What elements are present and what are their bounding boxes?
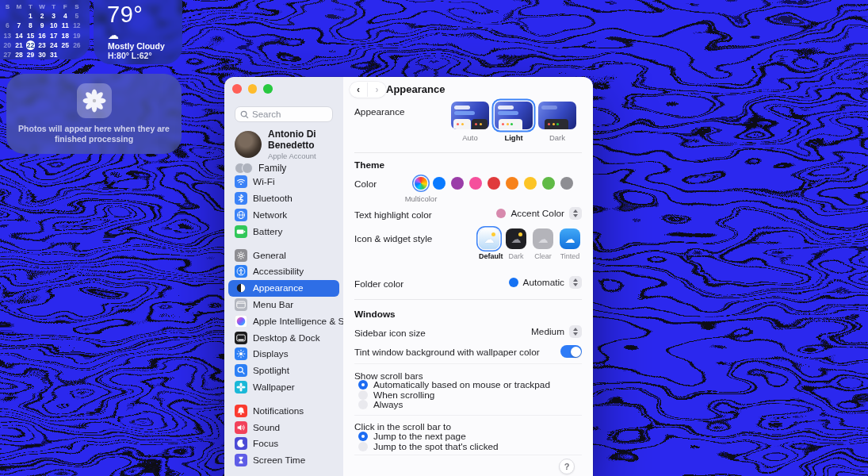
weather-widget[interactable]: 79° ☁ Mostly Cloudy H:80° L:62° [94,0,182,64]
color-swatch-red[interactable] [488,177,500,190]
divider [354,415,582,416]
icon-widget-style-label: Icon & widget style [354,233,432,244]
sidebar-item-displays[interactable]: Displays [228,346,339,363]
photos-widget[interactable]: Photos will appear here when they are fi… [6,74,182,154]
sidebar-item-apple-intelligence-siri[interactable]: Apple Intelligence & Siri [228,313,339,329]
icon-style-dark[interactable]: ☁ Dark [506,228,526,260]
sidebar-item-wallpaper[interactable]: Wallpaper [228,379,339,396]
family-label: Family [258,163,286,174]
divider [354,455,582,455]
moon-icon [235,437,247,450]
calendar-day: 29 [25,50,36,60]
calendar-day: 13 [2,31,13,40]
color-swatch-pink[interactable] [469,177,482,190]
sidebar-item-wi-fi[interactable]: Wi-Fi [228,174,339,190]
color-swatch-multicolor[interactable] [415,177,427,190]
sidebar-item-spotlight[interactable]: Spotlight [228,363,339,379]
appearance-option-auto[interactable]: Auto [451,102,489,142]
radio-jump-to-spot[interactable]: Jump to the spot that's clicked [358,442,499,451]
color-swatch-gray[interactable] [560,177,573,190]
color-swatch-blue[interactable] [433,177,445,190]
radio-icon [358,390,368,400]
sidebar-item-accessibility[interactable]: Accessibility [228,263,339,280]
sidebar-item-apple-account[interactable]: Antonio Di Benedetto Apple Account [235,129,343,160]
calendar-day: 18 [59,31,71,40]
navigation-capsule: ‹ › [350,82,386,98]
sidebar-item-sound[interactable]: Sound [228,419,339,436]
calendar-day: 25 [59,40,71,50]
calendar-day: 2 [36,11,48,21]
calendar-day-header: M [13,2,25,11]
sidebar-item-bluetooth[interactable]: Bluetooth [228,190,339,207]
sidebar-item-family[interactable]: Family [235,163,286,174]
chevron-up-down-icon [569,325,582,338]
calendar-day: 15 [25,31,36,40]
highlight-color-swatch [496,209,506,218]
siri-icon [235,315,247,328]
icon-style-picker: ☁ Default ☁ Dark ☁ Clear ☁ Tinted [479,228,580,260]
sidebar-item-label: Wallpaper [253,382,295,393]
divider [354,152,582,153]
radio-jump-next-page[interactable]: Jump to the next page [358,432,466,441]
folder-color-swatch [509,278,518,287]
zoom-window-button[interactable] [263,84,273,94]
icon-style-tinted[interactable]: ☁ Tinted [560,228,580,260]
sidebar-item-desktop-dock[interactable]: Desktop & Dock [228,329,339,346]
battery-icon [235,225,247,238]
accessibility-icon [235,265,247,278]
sidebar-item-label: Sound [253,422,280,433]
tint-window-toggle[interactable] [560,345,582,358]
radio-scrollbars-automatic[interactable]: Automatically based on mouse or trackpad [358,380,550,390]
appearance-row-label: Appearance [354,106,405,117]
sidebar-item-focus[interactable]: Focus [228,436,339,452]
calendar-day: 27 [2,50,13,60]
chevron-left-icon[interactable]: ‹ [350,83,368,97]
radio-scrollbars-always[interactable]: Always [358,400,403,409]
accent-color-picker [415,177,573,190]
color-swatch-green[interactable] [542,177,555,190]
appearance-option-dark[interactable]: Dark [538,102,576,142]
sidebar-icon-size-select[interactable]: Medium [531,325,582,338]
calendar-widget[interactable]: SMTWTFS123456789101112131415161718192021… [0,0,90,60]
speaker-icon [235,421,247,434]
calendar-day: 20 [2,40,13,50]
folder-color-select[interactable]: Automatic [509,276,582,289]
sidebar-item-battery[interactable]: Battery [228,223,339,240]
text-highlight-select[interactable]: Accent Color [496,207,582,220]
chevron-right-icon[interactable]: › [368,83,386,97]
sidebar-item-notifications[interactable]: Notifications [228,402,339,419]
close-window-button[interactable] [232,84,242,94]
selected-color-caption: Multicolor [397,194,445,203]
minimize-window-button[interactable] [248,84,258,94]
sidebar-item-general[interactable]: General [228,247,339,263]
color-swatch-yellow[interactable] [524,177,537,190]
calendar-day: 28 [13,50,25,60]
bell-icon [235,405,247,417]
calendar-day-header: W [36,2,48,11]
calendar-day [59,50,71,60]
sidebar-item-network[interactable]: Network [228,207,339,224]
bluetooth-icon [235,192,247,205]
radio-scrollbars-when-scrolling[interactable]: When scrolling [358,390,434,400]
help-button[interactable]: ? [559,459,575,474]
sidebar-item-appearance[interactable]: Appearance [228,280,339,297]
calendar-day-header: T [48,2,59,11]
appearance-option-light[interactable]: Light [495,102,533,142]
photos-flower-icon [77,83,112,118]
search-icon [240,110,249,119]
wallpaper-icon [235,381,247,393]
sidebar-item-menu-bar[interactable]: Menu Bar [228,297,339,313]
sidebar-item-screen-time[interactable]: Screen Time [228,452,339,469]
search-input[interactable]: Search [235,106,333,122]
appearance-pane: ‹ › Appearance Appearance Auto Light [343,77,593,476]
cloud-icon: ☁ [565,234,575,244]
radio-icon [358,400,368,409]
calendar-day: 4 [59,11,71,21]
icon-style-clear[interactable]: ☁ Clear [533,228,553,260]
color-swatch-purple[interactable] [451,177,464,190]
window-controls [232,84,273,94]
text-highlight-value: Accent Color [510,208,564,219]
calendar-day: 23 [36,40,48,50]
icon-style-default[interactable]: ☁ Default [479,228,499,260]
color-swatch-orange[interactable] [506,177,518,190]
